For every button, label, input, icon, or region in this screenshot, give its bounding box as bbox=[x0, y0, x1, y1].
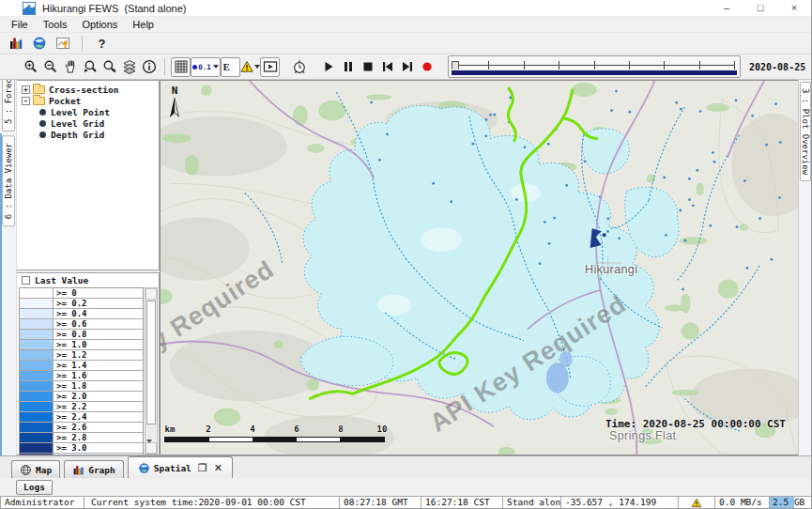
tree-item[interactable]: + Cross-section bbox=[17, 84, 159, 95]
zoom-out-button[interactable] bbox=[40, 57, 60, 77]
chevron-down-icon bbox=[213, 65, 219, 69]
scroll-up-button[interactable] bbox=[146, 288, 157, 300]
status-gmt-time: 08:27:18 GMT bbox=[340, 496, 421, 509]
legend-row[interactable]: >= 0.2 bbox=[20, 299, 143, 309]
scrollbar-thumb[interactable] bbox=[146, 301, 156, 424]
menu-bar: File Tools Options Help bbox=[0, 17, 811, 33]
status-warning-icon[interactable] bbox=[679, 496, 715, 509]
status-bar: Administrator Current system time:2020-0… bbox=[0, 496, 811, 509]
close-button[interactable]: × bbox=[777, 0, 811, 16]
maximize-button[interactable]: □ bbox=[743, 0, 777, 16]
zoom-next-button[interactable] bbox=[100, 57, 119, 77]
info-button[interactable] bbox=[139, 57, 159, 77]
north-arrow-icon bbox=[168, 97, 181, 121]
animation-timer-button[interactable] bbox=[289, 57, 309, 77]
layers-button[interactable] bbox=[119, 57, 139, 77]
zoom-previous-button[interactable] bbox=[80, 57, 100, 77]
zoom-in-button[interactable] bbox=[21, 57, 40, 77]
legend-value-label: >= 0.4 bbox=[54, 309, 87, 318]
menu-item[interactable]: Help bbox=[125, 18, 161, 31]
legend-row[interactable]: >= 1.2 bbox=[20, 350, 143, 361]
pan-button[interactable] bbox=[60, 57, 80, 77]
skip-to-start-button[interactable] bbox=[377, 57, 397, 77]
status-system-time: Current system time:2020-09-01 00:00 CST bbox=[84, 496, 340, 509]
legend-row[interactable]: >= 1.6 bbox=[20, 371, 143, 381]
leaf-bullet-icon bbox=[39, 109, 46, 116]
legend-swatch bbox=[20, 288, 54, 298]
scroll-down-button[interactable] bbox=[146, 442, 157, 454]
animation-export-button[interactable] bbox=[260, 57, 280, 77]
legend-row[interactable]: >= 0.8 bbox=[20, 330, 143, 340]
warnings-dropdown[interactable] bbox=[240, 57, 260, 77]
legend-panel: Last Value >= 0 >= 0.2 >= 0.4 bbox=[17, 272, 160, 455]
label-toggle-button[interactable]: E bbox=[221, 57, 240, 77]
legend-swatch bbox=[20, 443, 54, 453]
float-tab-button[interactable]: ❐ bbox=[198, 462, 207, 474]
minimize-button[interactable]: – bbox=[710, 0, 743, 16]
legend-row[interactable]: >= 0.6 bbox=[20, 319, 143, 330]
legend-row[interactable]: >= 2.8 bbox=[20, 433, 143, 443]
tree-item[interactable]: Depth Grid bbox=[17, 129, 159, 140]
play-button[interactable] bbox=[318, 57, 338, 77]
legend-swatch bbox=[20, 340, 54, 349]
tree-item[interactable]: - Pocket bbox=[17, 95, 159, 106]
legend-row[interactable]: >= 2.0 bbox=[20, 392, 143, 402]
map-toolbar: 0.1 E 2020-08-25 00:00:00 CST bbox=[0, 54, 811, 80]
legend-value-label: >= 0 bbox=[54, 288, 77, 298]
tree-item[interactable]: Level Point bbox=[17, 106, 159, 117]
legend-row[interactable]: >= 1.4 bbox=[20, 361, 143, 371]
legend-row[interactable]: >= 1.0 bbox=[20, 340, 143, 350]
legend-swatch bbox=[20, 330, 54, 339]
tree-expander[interactable]: + bbox=[22, 85, 30, 94]
menu-item[interactable]: File bbox=[4, 18, 36, 31]
legend-row[interactable]: >= 2.6 bbox=[20, 423, 143, 433]
legend-swatch bbox=[20, 309, 54, 318]
profile-display-button[interactable] bbox=[53, 34, 72, 54]
legend-swatch bbox=[20, 299, 54, 308]
left-dock-tabs: 5 : Forecast 6 : Data Viewer bbox=[0, 80, 17, 455]
legend-scrollbar[interactable] bbox=[145, 287, 158, 455]
legend-row[interactable]: >= 0.4 bbox=[20, 309, 143, 319]
legend-row[interactable]: >= 2.2 bbox=[20, 402, 143, 412]
record-button[interactable] bbox=[417, 57, 437, 77]
tab-graph[interactable]: Graph bbox=[64, 460, 124, 478]
legend-row[interactable]: >= 1.8 bbox=[20, 381, 143, 392]
current-time-label: 2020-08-25 00:00:00 CST bbox=[749, 62, 812, 72]
last-value-checkbox[interactable] bbox=[22, 276, 30, 285]
legend-swatch bbox=[20, 350, 54, 360]
legend-value-label: >= 0.2 bbox=[54, 299, 87, 308]
title-bar: Hikurangi FEWS (Stand alone) – □ × bbox=[0, 0, 811, 17]
tree-item-label: Cross-section bbox=[49, 85, 118, 95]
place-label-hikurangi: Hikurangi bbox=[585, 263, 637, 276]
dock-tab[interactable]: 5 : Forecast bbox=[2, 80, 15, 131]
tree-expander[interactable]: - bbox=[22, 97, 30, 105]
tab-map[interactable]: Map bbox=[11, 460, 60, 478]
dot-icon bbox=[192, 65, 197, 69]
dock-tab[interactable]: 3 : Plot Overview bbox=[800, 82, 811, 181]
contour-scale-dropdown[interactable]: 0.1 bbox=[191, 57, 221, 77]
grid-display-button[interactable] bbox=[171, 57, 191, 77]
tree-item[interactable]: Level Grid bbox=[17, 117, 159, 129]
spatial-display-button[interactable] bbox=[29, 34, 49, 54]
close-tab-button[interactable]: ✕ bbox=[214, 462, 222, 474]
dock-tab[interactable]: 6 : Data Viewer bbox=[2, 135, 15, 226]
legend-row[interactable]: >= 2.4 bbox=[20, 412, 143, 423]
pause-button[interactable] bbox=[338, 57, 358, 77]
data-panel: + Cross-section - Pocket Level Po bbox=[17, 80, 160, 455]
legend-value-label: >= 1.2 bbox=[54, 350, 87, 360]
skip-to-end-button[interactable] bbox=[397, 57, 417, 77]
legend-swatch bbox=[20, 361, 54, 370]
legend-row[interactable]: >= 0 bbox=[20, 288, 143, 299]
scalar-display-button[interactable] bbox=[6, 34, 25, 54]
stop-button[interactable] bbox=[358, 57, 377, 77]
legend-row[interactable]: >= 3.0 bbox=[20, 443, 143, 454]
map-viewport[interactable]: API Key Required API Key Required N Hiku… bbox=[160, 80, 798, 455]
menu-item[interactable]: Tools bbox=[36, 18, 75, 31]
menu-item[interactable]: Options bbox=[74, 18, 125, 31]
scale-bar: km 2 4 6 8 10 bbox=[164, 424, 390, 442]
tab-spatial[interactable]: Spatial ❐ ✕ bbox=[128, 456, 233, 478]
logs-button[interactable]: Logs bbox=[16, 480, 53, 495]
legend-value-label: >= 2.6 bbox=[54, 423, 87, 432]
time-slider[interactable] bbox=[448, 55, 741, 78]
help-button[interactable]: ? bbox=[92, 34, 112, 54]
